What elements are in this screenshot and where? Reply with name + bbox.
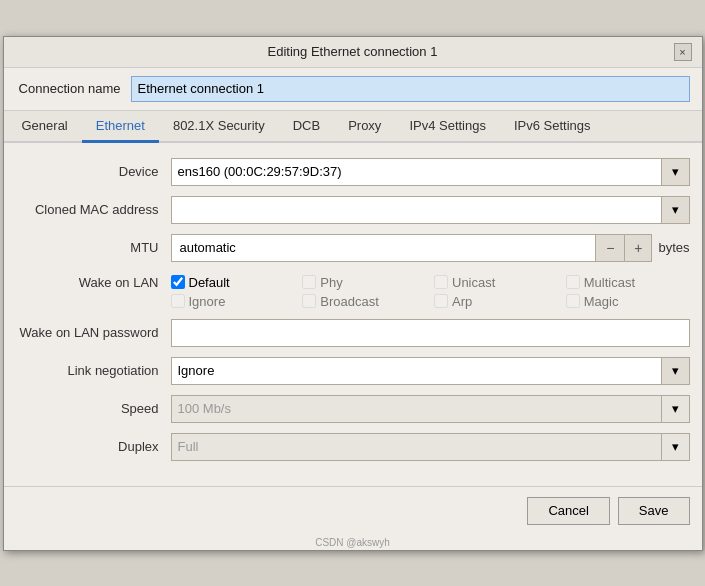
title-bar: Editing Ethernet connection 1 ×	[4, 37, 702, 68]
device-value: ens160 (00:0C:29:57:9D:37)	[178, 164, 342, 179]
speed-value: 100 Mb/s	[178, 401, 231, 416]
tab-ipv6[interactable]: IPv6 Settings	[500, 111, 605, 143]
connection-name-input[interactable]	[131, 76, 690, 102]
speed-dropdown-arrow[interactable]: ▾	[662, 395, 690, 423]
device-dropdown[interactable]: ens160 (00:0C:29:57:9D:37)	[171, 158, 662, 186]
device-row: Device ens160 (00:0C:29:57:9D:37) ▾	[4, 153, 702, 191]
wake-unicast-checkbox[interactable]	[434, 275, 448, 289]
tab-ethernet[interactable]: Ethernet	[82, 111, 159, 143]
wake-arp-label: Arp	[452, 294, 472, 309]
wake-on-lan-password-label: Wake on LAN password	[16, 325, 171, 340]
speed-row: Speed 100 Mb/s ▾	[4, 390, 702, 428]
wake-ignore-option[interactable]: Ignore	[171, 294, 295, 309]
tab-8021x[interactable]: 802.1X Security	[159, 111, 279, 143]
wake-magic-checkbox[interactable]	[566, 294, 580, 308]
speed-label: Speed	[16, 401, 171, 416]
wake-default-checkbox[interactable]	[171, 275, 185, 289]
duplex-container: Full ▾	[171, 433, 690, 461]
mtu-label: MTU	[16, 240, 171, 255]
tab-content: Device ens160 (00:0C:29:57:9D:37) ▾ Clon…	[4, 143, 702, 466]
cancel-button[interactable]: Cancel	[527, 497, 609, 525]
tab-ipv4[interactable]: IPv4 Settings	[395, 111, 500, 143]
wake-multicast-label: Multicast	[584, 275, 635, 290]
wake-broadcast-option[interactable]: Broadcast	[302, 294, 426, 309]
device-dropdown-arrow[interactable]: ▾	[662, 158, 690, 186]
link-negotiation-row: Link negotiation Ignore ▾	[4, 352, 702, 390]
duplex-row: Duplex Full ▾	[4, 428, 702, 466]
device-label: Device	[16, 164, 171, 179]
connection-name-label: Connection name	[16, 81, 131, 96]
dialog-title: Editing Ethernet connection 1	[32, 44, 674, 59]
cloned-mac-dropdown-arrow[interactable]: ▾	[662, 196, 690, 224]
link-negotiation-arrow[interactable]: ▾	[662, 357, 690, 385]
cloned-mac-container: ▾	[171, 196, 690, 224]
device-dropdown-container: ens160 (00:0C:29:57:9D:37) ▾	[171, 158, 690, 186]
wake-arp-option[interactable]: Arp	[434, 294, 558, 309]
dialog-footer: Cancel Save	[4, 486, 702, 535]
watermark: CSDN @akswyh	[4, 535, 702, 550]
wake-magic-option[interactable]: Magic	[566, 294, 690, 309]
duplex-dropdown-arrow[interactable]: ▾	[662, 433, 690, 461]
wake-on-lan-row: Wake on LAN Default Phy Unicast Multicas…	[4, 267, 702, 314]
mtu-container: − + bytes	[171, 234, 690, 262]
wake-broadcast-checkbox[interactable]	[302, 294, 316, 308]
connection-name-row: Connection name	[4, 68, 702, 111]
wake-magic-label: Magic	[584, 294, 619, 309]
wake-multicast-checkbox[interactable]	[566, 275, 580, 289]
wake-ignore-checkbox[interactable]	[171, 294, 185, 308]
wake-default-option[interactable]: Default	[171, 275, 295, 290]
mtu-row: MTU − + bytes	[4, 229, 702, 267]
mtu-unit: bytes	[658, 240, 689, 255]
speed-container: 100 Mb/s ▾	[171, 395, 690, 423]
mtu-plus-button[interactable]: +	[624, 234, 652, 262]
duplex-dropdown[interactable]: Full	[171, 433, 662, 461]
duplex-label: Duplex	[16, 439, 171, 454]
tab-proxy[interactable]: Proxy	[334, 111, 395, 143]
tab-general[interactable]: General	[8, 111, 82, 143]
wake-default-label: Default	[189, 275, 230, 290]
wake-unicast-label: Unicast	[452, 275, 495, 290]
wake-on-lan-password-input[interactable]	[171, 319, 690, 347]
duplex-value: Full	[178, 439, 199, 454]
dialog: Editing Ethernet connection 1 × Connecti…	[3, 36, 703, 551]
cloned-mac-input[interactable]	[171, 196, 662, 224]
wake-ignore-label: Ignore	[189, 294, 226, 309]
mtu-input[interactable]	[171, 234, 597, 262]
wake-broadcast-label: Broadcast	[320, 294, 379, 309]
tabs-bar: General Ethernet 802.1X Security DCB Pro…	[4, 111, 702, 143]
link-negotiation-dropdown[interactable]: Ignore	[171, 357, 662, 385]
wake-arp-checkbox[interactable]	[434, 294, 448, 308]
wake-unicast-option[interactable]: Unicast	[434, 275, 558, 290]
wake-multicast-option[interactable]: Multicast	[566, 275, 690, 290]
cloned-mac-label: Cloned MAC address	[16, 202, 171, 217]
wake-on-lan-options: Default Phy Unicast Multicast Ignore	[171, 275, 690, 309]
tab-dcb[interactable]: DCB	[279, 111, 334, 143]
link-negotiation-container: Ignore ▾	[171, 357, 690, 385]
speed-dropdown[interactable]: 100 Mb/s	[171, 395, 662, 423]
save-button[interactable]: Save	[618, 497, 690, 525]
close-button[interactable]: ×	[674, 43, 692, 61]
wake-phy-option[interactable]: Phy	[302, 275, 426, 290]
mtu-minus-button[interactable]: −	[596, 234, 624, 262]
cloned-mac-row: Cloned MAC address ▾	[4, 191, 702, 229]
link-negotiation-value: Ignore	[178, 363, 215, 378]
wake-phy-label: Phy	[320, 275, 342, 290]
link-negotiation-label: Link negotiation	[16, 363, 171, 378]
wake-on-lan-password-row: Wake on LAN password	[4, 314, 702, 352]
wake-on-lan-label: Wake on LAN	[16, 275, 171, 290]
wake-phy-checkbox[interactable]	[302, 275, 316, 289]
